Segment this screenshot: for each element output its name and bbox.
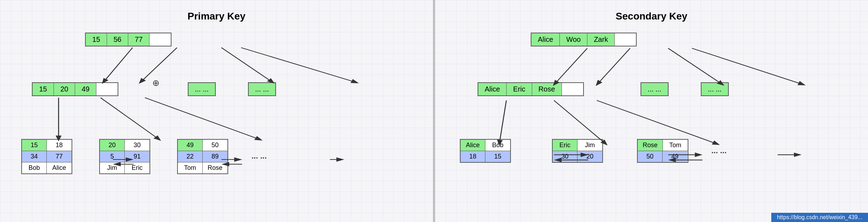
rleaf-3: Rose Tom 50 49 (637, 139, 688, 163)
rl1-1-cell-2: Eric (507, 83, 532, 95)
leaf-2-r1-c2: 30 (125, 140, 150, 151)
left-panel-title: Primary Key (187, 11, 245, 22)
root-cell-3: 77 (128, 33, 150, 46)
svg-line-17 (554, 100, 607, 144)
root-cell-4 (150, 33, 171, 46)
rleaf-2-r1-c2: Jim (577, 140, 602, 151)
svg-line-18 (597, 100, 718, 144)
leaf-2: 20 30 5 91 Jim Eric (99, 139, 150, 174)
right-root-node: Alice Woo Zark (531, 33, 637, 46)
l1-2-cell-1: ... ... (188, 83, 215, 95)
left-panel: Primary Key 15 56 77 15 20 49 ... ... ..… (0, 0, 433, 222)
rleaf-2: Eric Jim 30 20 (552, 139, 603, 163)
rleaf-1: Alice Bob 18 15 (460, 139, 511, 163)
leaf-3-r3-c1: Tom (178, 162, 203, 173)
rl1-2-cell-1: ... ... (641, 83, 668, 95)
leaf-1-r2-c2: 77 (47, 151, 72, 162)
statusbar: https://blog.csdn.net/weixin_439... (771, 213, 868, 222)
svg-line-1 (140, 48, 177, 83)
leaf-1-r1-c1: 15 (22, 140, 47, 151)
leaf-2-r1-c1: 20 (100, 140, 125, 151)
leaf-3-r2-c1: 22 (178, 151, 203, 162)
rleaf-2-r2-c2: 20 (577, 151, 602, 162)
rl1-3-cell-1: ... ... (701, 83, 728, 95)
l1-3-cell-1: ... ... (249, 83, 275, 95)
svg-line-0 (103, 48, 133, 83)
svg-line-14 (668, 48, 723, 85)
right-diagram: Alice Woo Zark Alice Eric Rose ... ... .… (449, 33, 854, 211)
leaf-3-r1-c2: 50 (203, 140, 227, 151)
rroot-cell-3: Zark (587, 33, 615, 46)
l1-node-3: ... ... (248, 82, 276, 96)
leaf-2-r3-c1: Jim (100, 162, 125, 173)
rleaf-1-r2-c2: 15 (485, 151, 510, 162)
rl1-node-3: ... ... (701, 82, 729, 96)
rl1-node-1: Alice Eric Rose (478, 82, 584, 96)
right-panel-title: Secondary Key (616, 11, 687, 22)
l1-1-cell-1: 15 (33, 83, 54, 95)
root-node: 15 56 77 (85, 33, 171, 46)
rleaf-1-r1-c2: Bob (485, 140, 510, 151)
rroot-cell-4 (615, 33, 636, 46)
leaf-1-r3-c2: Alice (47, 162, 72, 173)
leaf-2-r2-c2: 91 (125, 151, 150, 162)
rl1-1-cell-3: Rose (532, 83, 562, 95)
svg-line-5 (101, 98, 160, 140)
right-arrows (449, 33, 854, 211)
rl1-node-2: ... ... (641, 82, 669, 96)
left-diagram: 15 56 77 15 20 49 ... ... ... ... 15 18 … (14, 33, 419, 211)
svg-line-13 (597, 48, 630, 85)
root-cell-2: 56 (107, 33, 128, 46)
leaf-3-r2-c2: 89 (203, 151, 227, 162)
l1-node-1: 15 20 49 (32, 82, 118, 96)
svg-line-15 (692, 48, 804, 85)
rleaf-2-r2-c1: 30 (553, 151, 577, 162)
leaf-1-r2-c1: 34 (22, 151, 47, 162)
rl1-1-cell-4 (562, 83, 583, 95)
leaf-1: 15 18 34 77 Bob Alice (21, 139, 72, 174)
left-arrows (14, 33, 419, 211)
move-cursor: ⊕ (152, 78, 159, 88)
rroot-cell-1: Alice (531, 33, 560, 46)
rleaf-2-r1-c1: Eric (553, 140, 577, 151)
rleaf-1-r2-c1: 18 (461, 151, 485, 162)
svg-line-12 (554, 48, 587, 85)
rleaf-3-r2-c1: 50 (638, 151, 663, 162)
svg-line-6 (145, 98, 261, 140)
leaf-1-r1-c2: 18 (47, 140, 72, 151)
leaf-dots: ... ... (252, 151, 267, 161)
svg-line-2 (221, 48, 273, 83)
leaf-2-r3-c2: Eric (125, 162, 150, 173)
l1-1-cell-4 (96, 83, 118, 95)
leaf-2-r2-c1: 5 (100, 151, 125, 162)
rleaf-dots: ... ... (711, 146, 727, 155)
leaf-3-r3-c2: Rose (203, 162, 227, 173)
statusbar-url: https://blog.csdn.net/weixin_439... (777, 214, 862, 220)
l1-1-cell-2: 20 (54, 83, 75, 95)
l1-node-2: ... ... (188, 82, 216, 96)
rroot-cell-2: Woo (560, 33, 587, 46)
l1-1-cell-3: 49 (75, 83, 96, 95)
right-panel: Secondary Key Alice Woo Zark Alice Eric … (435, 0, 868, 222)
root-cell-1: 15 (86, 33, 107, 46)
rleaf-3-r2-c2: 49 (663, 151, 687, 162)
leaf-1-r3-c1: Bob (22, 162, 47, 173)
rleaf-1-r1-c1: Alice (461, 140, 485, 151)
rl1-1-cell-1: Alice (478, 83, 507, 95)
rleaf-3-r1-c1: Rose (638, 140, 663, 151)
leaf-3: 49 50 22 89 Tom Rose (177, 139, 228, 174)
leaf-3-r1-c1: 49 (178, 140, 203, 151)
svg-line-16 (499, 100, 506, 144)
rleaf-3-r1-c2: Tom (663, 140, 688, 151)
svg-line-3 (241, 48, 357, 83)
